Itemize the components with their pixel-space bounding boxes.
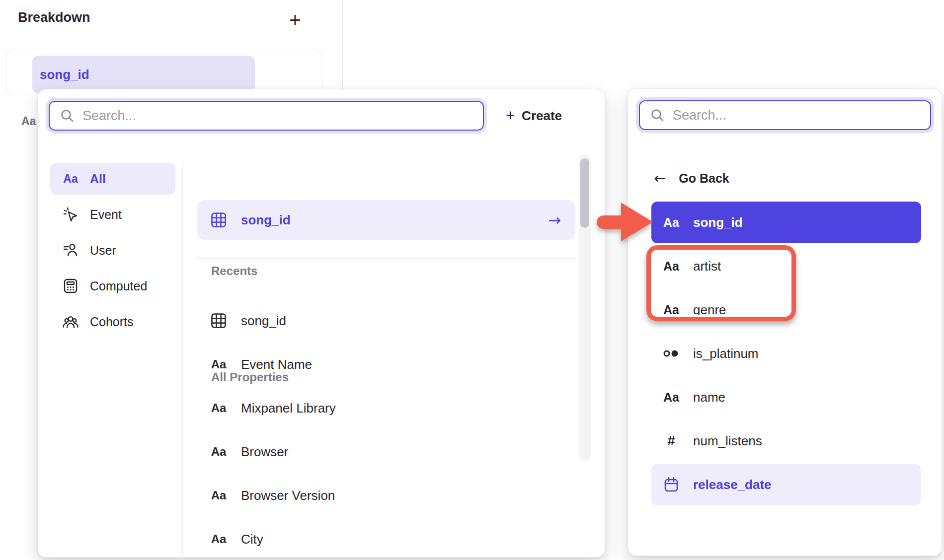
table-grid-icon bbox=[210, 313, 227, 329]
text-type-icon: Aa bbox=[210, 401, 227, 415]
text-type-icon: Aa bbox=[62, 172, 79, 186]
text-type-icon: Aa bbox=[210, 357, 227, 371]
search-field[interactable] bbox=[49, 101, 484, 131]
breakdown-chip-value: song_id bbox=[40, 67, 89, 82]
category-item-event[interactable]: Event bbox=[50, 199, 175, 230]
breakdown-chip-value-field[interactable]: song_id bbox=[32, 56, 255, 93]
column-divider bbox=[182, 163, 183, 558]
search-icon bbox=[650, 108, 665, 123]
property-row-song-id[interactable]: song_id bbox=[197, 299, 575, 343]
property-row-mixpanel-library[interactable]: Aa Mixpanel Library bbox=[197, 386, 575, 430]
arrow-right-icon[interactable]: → bbox=[548, 211, 575, 229]
go-back-button[interactable]: ← Go Back bbox=[654, 168, 729, 188]
property-row-release-date[interactable]: release_date bbox=[651, 464, 921, 505]
section-divider bbox=[342, 0, 343, 89]
search-input[interactable] bbox=[673, 108, 930, 123]
property-row-name[interactable]: Aa name bbox=[651, 376, 921, 418]
recents-header: Recents bbox=[211, 264, 257, 278]
property-row-event-name[interactable]: Aa Event Name bbox=[197, 343, 575, 386]
breakdown-section-title: Breakdown bbox=[18, 10, 90, 25]
property-row-city[interactable]: Aa City bbox=[197, 517, 575, 560]
search-input[interactable] bbox=[82, 108, 483, 124]
property-row-browser-version[interactable]: Aa Browser Version bbox=[197, 474, 575, 517]
category-item-all[interactable]: Aa All bbox=[50, 163, 175, 195]
scrollbar-thumb[interactable] bbox=[580, 158, 589, 228]
add-breakdown-button[interactable]: + bbox=[281, 6, 309, 34]
category-item-user[interactable]: User bbox=[50, 234, 175, 266]
property-row-artist[interactable]: Aa artist bbox=[651, 245, 921, 287]
category-item-cohorts[interactable]: Cohorts bbox=[50, 306, 175, 338]
people-group-icon bbox=[62, 314, 79, 330]
property-row-genre[interactable]: Aa genre bbox=[651, 289, 921, 331]
plus-icon: + bbox=[506, 107, 515, 125]
list-divider bbox=[195, 258, 575, 259]
text-type-icon: Aa bbox=[662, 303, 680, 317]
user-icon bbox=[62, 242, 79, 258]
search-field[interactable] bbox=[639, 100, 931, 130]
song-property-dropdown: ← Go Back Aa song_id Aa artist Aa genre … bbox=[628, 88, 942, 556]
calendar-icon bbox=[662, 477, 680, 492]
text-type-icon: Aa bbox=[662, 215, 680, 230]
text-type-icon: Aa bbox=[662, 259, 680, 274]
table-grid-icon bbox=[210, 212, 227, 228]
property-row-browser[interactable]: Aa Browser bbox=[197, 430, 575, 474]
text-type-icon: Aa bbox=[662, 390, 680, 405]
boolean-type-icon bbox=[662, 348, 680, 359]
property-row-num-listens[interactable]: # num_listens bbox=[651, 420, 921, 462]
arrow-left-icon: ← bbox=[654, 170, 666, 187]
property-row-song-id-selected[interactable]: Aa song_id bbox=[651, 202, 921, 243]
recent-property-song-id[interactable]: song_id → bbox=[197, 200, 575, 240]
event-cursor-icon bbox=[62, 207, 79, 222]
category-item-computed[interactable]: Computed bbox=[50, 270, 175, 302]
number-type-icon: # bbox=[662, 433, 680, 449]
screenshot-canvas: Breakdown + Aa song_id ✕ + Create Aa All bbox=[0, 0, 944, 560]
text-type-icon: Aa bbox=[21, 115, 36, 128]
text-type-icon: Aa bbox=[210, 445, 227, 459]
search-icon bbox=[60, 108, 75, 123]
text-type-icon: Aa bbox=[210, 489, 227, 502]
scrollbar-track[interactable] bbox=[579, 154, 591, 461]
property-row-is-platinum[interactable]: is_platinum bbox=[651, 333, 921, 374]
create-button-label: Create bbox=[522, 108, 562, 124]
text-type-icon: Aa bbox=[210, 532, 227, 546]
property-picker-dropdown: + Create Aa All Event bbox=[37, 89, 605, 558]
calculator-icon bbox=[62, 278, 79, 294]
create-button[interactable]: + Create bbox=[506, 103, 562, 129]
category-list: Aa All Event bbox=[50, 163, 175, 342]
breakdown-chip: Aa song_id ✕ bbox=[6, 49, 322, 95]
